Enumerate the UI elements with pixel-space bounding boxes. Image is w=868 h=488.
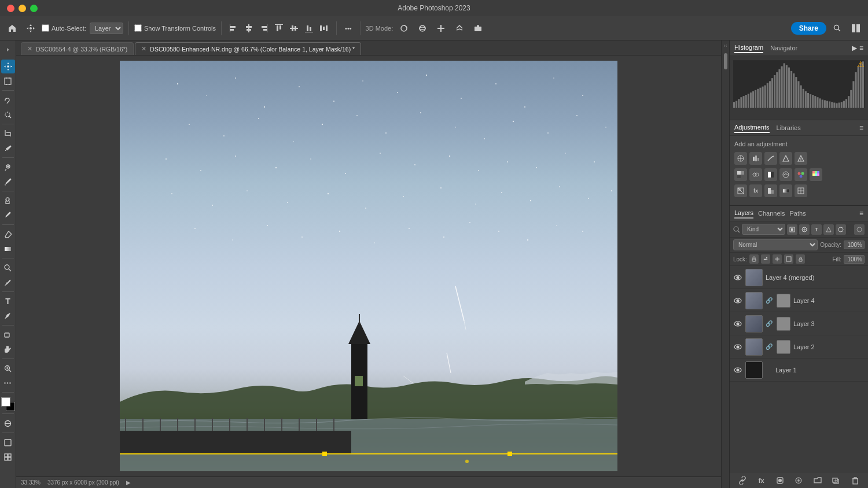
create-group-button[interactable] bbox=[812, 475, 823, 486]
minimize-button[interactable] bbox=[19, 5, 26, 12]
layer-mask-layer3[interactable] bbox=[777, 317, 790, 331]
spot-healing-button[interactable] bbox=[1, 160, 15, 174]
adjustments-tab[interactable]: Adjustments bbox=[734, 123, 770, 133]
shape-tool-button[interactable] bbox=[1, 328, 15, 342]
threshold-adj[interactable] bbox=[764, 184, 777, 197]
lock-position-button[interactable] bbox=[773, 254, 782, 264]
pen-tool-button[interactable] bbox=[1, 275, 15, 289]
layer-item-layer3[interactable]: 🔗 Layer 3 bbox=[730, 312, 868, 335]
delete-layer-button[interactable] bbox=[849, 475, 861, 486]
color-balance-adj[interactable] bbox=[749, 168, 762, 181]
artboard-tool-button[interactable] bbox=[1, 74, 15, 88]
histogram-tab[interactable]: Histogram bbox=[734, 43, 763, 53]
layer-visibility-layer2[interactable] bbox=[733, 342, 742, 352]
transform-controls-checkbox[interactable]: Show Transform Controls bbox=[134, 24, 216, 32]
levels-adj[interactable] bbox=[749, 152, 762, 165]
screen-mode-button[interactable] bbox=[1, 435, 15, 449]
layer-filter-toggle[interactable] bbox=[854, 224, 865, 235]
selective-color-adj[interactable] bbox=[795, 184, 807, 197]
histogram-options-button[interactable]: ≡ bbox=[859, 44, 863, 52]
share-button[interactable]: Share bbox=[791, 22, 826, 35]
quick-mask-button[interactable] bbox=[1, 416, 15, 430]
layers-tab-label[interactable]: Layers bbox=[734, 208, 753, 219]
vibrance-adj[interactable] bbox=[795, 152, 807, 165]
home-button[interactable] bbox=[5, 22, 20, 35]
layer-item-layer1[interactable]: 🔗 Layer 1 bbox=[730, 358, 868, 382]
transform-controls-input[interactable] bbox=[134, 24, 142, 32]
history-brush-button[interactable] bbox=[1, 208, 15, 222]
curves-adj[interactable] bbox=[764, 152, 777, 165]
lock-all-button[interactable] bbox=[796, 254, 805, 264]
align-top-button[interactable] bbox=[272, 23, 286, 34]
lock-artboards-button[interactable] bbox=[784, 254, 793, 264]
eyedropper-button[interactable] bbox=[1, 141, 15, 155]
layer-filter-adjustment[interactable] bbox=[799, 224, 810, 235]
tab-2-close[interactable]: ✕ bbox=[141, 45, 146, 53]
paths-tab-label[interactable]: Paths bbox=[790, 209, 806, 218]
tab-1-close[interactable]: ✕ bbox=[27, 45, 32, 53]
posterize-adj[interactable]: fx bbox=[749, 184, 762, 197]
layer-kind-select[interactable]: Kind bbox=[742, 224, 785, 235]
tab-2[interactable]: ✕ DSC00580-Enhanced-NR.dng @ 66.7% (Colo… bbox=[135, 42, 361, 55]
move-tool-button[interactable] bbox=[1, 60, 15, 73]
gradient-map-adj[interactable] bbox=[779, 184, 792, 197]
layer-visibility-layer4merged[interactable] bbox=[733, 273, 742, 282]
status-arrow[interactable]: ▶ bbox=[126, 479, 131, 486]
layer-item-layer2[interactable]: 🔗 Layer 2 bbox=[730, 335, 868, 358]
libraries-tab[interactable]: Libraries bbox=[777, 123, 801, 132]
gradient-tool-button[interactable] bbox=[1, 242, 15, 256]
auto-select-checkbox[interactable]: Auto-Select: bbox=[42, 24, 86, 32]
bw-adj[interactable] bbox=[764, 168, 777, 181]
navigator-tab[interactable]: Navigator bbox=[770, 43, 797, 53]
3d-camera-button[interactable] bbox=[470, 22, 486, 35]
change-view-button[interactable] bbox=[1, 450, 15, 464]
foreground-color-swatch[interactable] bbox=[1, 397, 10, 406]
adjustments-options-button[interactable]: ≡ bbox=[859, 124, 863, 132]
quick-select-button[interactable] bbox=[1, 108, 15, 121]
layer-select[interactable]: Layer bbox=[90, 23, 123, 34]
zoom-tool-button[interactable] bbox=[1, 361, 15, 375]
3d-slide-button[interactable] bbox=[452, 22, 467, 35]
move-tool-select[interactable] bbox=[23, 22, 38, 35]
add-layer-style-button[interactable]: fx bbox=[756, 475, 767, 486]
crop-tool-button[interactable] bbox=[1, 127, 15, 141]
brush-tool-button[interactable] bbox=[1, 175, 15, 188]
hsl-adj[interactable] bbox=[734, 168, 747, 181]
align-left-button[interactable] bbox=[227, 23, 241, 34]
eraser-button[interactable] bbox=[1, 227, 15, 241]
collapse-right-icon[interactable]: ‹‹ bbox=[723, 43, 729, 49]
channel-mixer-adj[interactable] bbox=[795, 168, 807, 181]
layers-options-button[interactable]: ≡ bbox=[859, 209, 863, 217]
3d-rotate-button[interactable] bbox=[396, 22, 411, 35]
maximize-button[interactable] bbox=[30, 5, 38, 12]
layer-filter-text[interactable]: T bbox=[811, 224, 822, 235]
fill-input[interactable]: 100% bbox=[844, 255, 865, 264]
layer-mask-layer2[interactable] bbox=[777, 340, 790, 354]
panel-mini-icon-1[interactable] bbox=[723, 59, 729, 65]
layer-visibility-layer1[interactable] bbox=[733, 365, 742, 375]
more-options-button[interactable]: ••• bbox=[342, 23, 355, 34]
lasso-tool-button[interactable] bbox=[1, 93, 15, 107]
layer-filter-shape[interactable] bbox=[823, 224, 834, 235]
path-select-button[interactable] bbox=[1, 309, 15, 323]
layer-item-layer4merged[interactable]: Layer 4 (merged) bbox=[730, 266, 868, 289]
color-swatches[interactable] bbox=[1, 397, 15, 411]
layer-visibility-layer4[interactable] bbox=[733, 296, 742, 305]
align-right-button[interactable] bbox=[257, 23, 271, 34]
canvas-wrapper[interactable] bbox=[16, 56, 721, 476]
type-tool-button[interactable]: T bbox=[1, 294, 15, 308]
align-center-v-button[interactable] bbox=[287, 23, 301, 34]
layer-mask-layer4[interactable] bbox=[777, 294, 790, 308]
panels-button[interactable] bbox=[848, 22, 863, 35]
align-bottom-button[interactable] bbox=[302, 23, 316, 34]
exposure-adj[interactable] bbox=[779, 152, 792, 165]
lock-image-button[interactable] bbox=[761, 254, 770, 264]
add-mask-button[interactable] bbox=[774, 475, 786, 486]
color-lookup-adj[interactable] bbox=[810, 168, 822, 181]
create-layer-button[interactable] bbox=[830, 475, 842, 486]
align-center-h-button[interactable] bbox=[242, 23, 256, 34]
close-button[interactable] bbox=[7, 5, 14, 12]
opacity-input[interactable]: 100% bbox=[844, 241, 865, 249]
link-layers-button[interactable] bbox=[737, 475, 748, 486]
add-adjustment-button[interactable] bbox=[793, 475, 804, 486]
